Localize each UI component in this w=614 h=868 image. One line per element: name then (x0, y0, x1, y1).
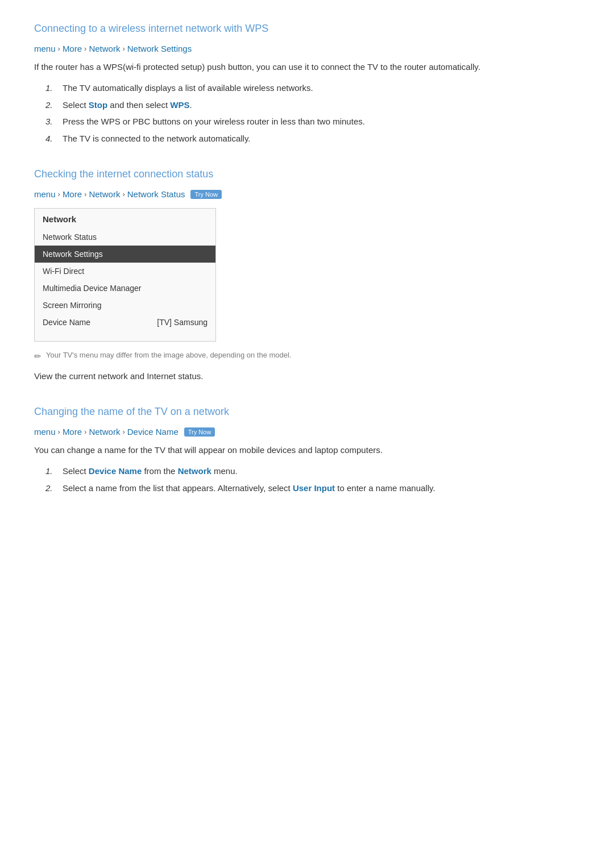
section1-steps: 1. The TV automatically displays a list … (45, 81, 580, 146)
section1-intro: If the router has a WPS(wi-fi protected … (34, 60, 580, 74)
s3-user-input: User Input (293, 483, 335, 493)
breadcrumb2-menu[interactable]: menu (34, 189, 56, 199)
breadcrumb-sep2: › (84, 44, 86, 53)
menu-item-network-settings: Network Settings (43, 250, 103, 259)
breadcrumb2-sep2: › (84, 190, 86, 198)
section3-breadcrumb: menu › More › Network › Device Name Try … (34, 427, 580, 437)
section3-intro: You can change a name for the TV that wi… (34, 443, 580, 457)
breadcrumb3-network[interactable]: Network (89, 427, 120, 437)
breadcrumb2-more[interactable]: More (63, 189, 82, 199)
step1: 1. The TV automatically displays a list … (45, 81, 580, 95)
breadcrumb2-sep3: › (122, 190, 125, 198)
step3-num: 3. (45, 114, 57, 129)
menu-item-wifi-direct: Wi-Fi Direct (43, 267, 84, 276)
step2-wps: WPS (170, 100, 189, 110)
step2-text: Select Stop and then select WPS. (63, 98, 192, 113)
section-device-name: Changing the name of the TV on a network… (34, 406, 580, 495)
breadcrumb-more[interactable]: More (63, 44, 82, 53)
breadcrumb3-device-name[interactable]: Device Name (127, 427, 179, 437)
menu-item-screen-mirroring: Screen Mirroring (43, 301, 101, 310)
breadcrumb3-sep1: › (58, 427, 60, 436)
section2-breadcrumb: menu › More › Network › Network Status T… (34, 189, 580, 199)
section3-step2-text: Select a name from the list that appears… (63, 481, 435, 496)
breadcrumb2-sep1: › (58, 190, 60, 198)
breadcrumb3-menu[interactable]: menu (34, 427, 56, 437)
step3: 3. Press the WPS or PBC buttons on your … (45, 114, 580, 129)
section3-step1-num: 1. (45, 464, 57, 479)
menu-box-title: Network (35, 209, 215, 229)
network-menu-box: Network Network Status Network Settings … (34, 208, 216, 342)
note-text: Your TV's menu may differ from the image… (46, 351, 292, 359)
section2-body: View the current network and Internet st… (34, 369, 580, 383)
breadcrumb3-more[interactable]: More (63, 427, 82, 437)
menu-row-multimedia[interactable]: Multimedia Device Manager (35, 280, 215, 297)
section-network-status: Checking the internet connection status … (34, 168, 580, 383)
section2-title: Checking the internet connection status (34, 168, 580, 182)
step2-stop: Stop (89, 100, 107, 110)
step2-num: 2. (45, 98, 57, 113)
step2: 2. Select Stop and then select WPS. (45, 98, 580, 113)
breadcrumb-network[interactable]: Network (89, 44, 120, 53)
note-row: ✏ Your TV's menu may differ from the ima… (34, 351, 580, 362)
section1-title: Connecting to a wireless internet networ… (34, 23, 580, 37)
section3-step2: 2. Select a name from the list that appe… (45, 481, 580, 496)
section-wps: Connecting to a wireless internet networ… (34, 23, 580, 146)
step4: 4. The TV is connected to the network au… (45, 131, 580, 146)
breadcrumb-sep1: › (58, 44, 60, 53)
menu-row-screen-mirroring[interactable]: Screen Mirroring (35, 297, 215, 314)
section1-breadcrumb: menu › More › Network › Network Settings (34, 44, 580, 53)
breadcrumb-network-settings[interactable]: Network Settings (127, 44, 192, 53)
step1-text: The TV automatically displays a list of … (63, 81, 313, 95)
breadcrumb-menu[interactable]: menu (34, 44, 56, 53)
menu-item-device-name-value: [TV] Samsung (157, 318, 208, 327)
section3-step1-text: Select Device Name from the Network menu… (63, 464, 238, 479)
menu-row-wifi-direct[interactable]: Wi-Fi Direct (35, 263, 215, 280)
menu-row-network-status[interactable]: Network Status (35, 229, 215, 246)
try-now-badge-1[interactable]: Try Now (190, 190, 222, 199)
step1-num: 1. (45, 81, 57, 95)
menu-item-network-status: Network Status (43, 232, 97, 242)
step4-text: The TV is connected to the network autom… (63, 131, 250, 146)
step4-num: 4. (45, 131, 57, 146)
section3-title: Changing the name of the TV on a network (34, 406, 580, 420)
section3-step2-num: 2. (45, 481, 57, 496)
step3-text: Press the WPS or PBC buttons on your wir… (63, 114, 365, 129)
menu-row-network-settings[interactable]: Network Settings (35, 246, 215, 263)
menu-item-multimedia: Multimedia Device Manager (43, 284, 142, 293)
menu-item-device-name: Device Name (43, 318, 90, 327)
s3-network: Network (178, 466, 211, 476)
breadcrumb-sep3: › (122, 44, 125, 53)
breadcrumb3-sep3: › (122, 427, 125, 436)
breadcrumb3-sep2: › (84, 427, 86, 436)
try-now-badge-2[interactable]: Try Now (184, 427, 215, 437)
breadcrumb2-network-status[interactable]: Network Status (127, 189, 185, 199)
breadcrumb2-network[interactable]: Network (89, 189, 120, 199)
s3-device-name: Device Name (89, 466, 142, 476)
pencil-icon: ✏ (34, 351, 42, 362)
section3-steps: 1. Select Device Name from the Network m… (45, 464, 580, 495)
menu-row-device-name[interactable]: Device Name [TV] Samsung (35, 314, 215, 331)
section3-step1: 1. Select Device Name from the Network m… (45, 464, 580, 479)
